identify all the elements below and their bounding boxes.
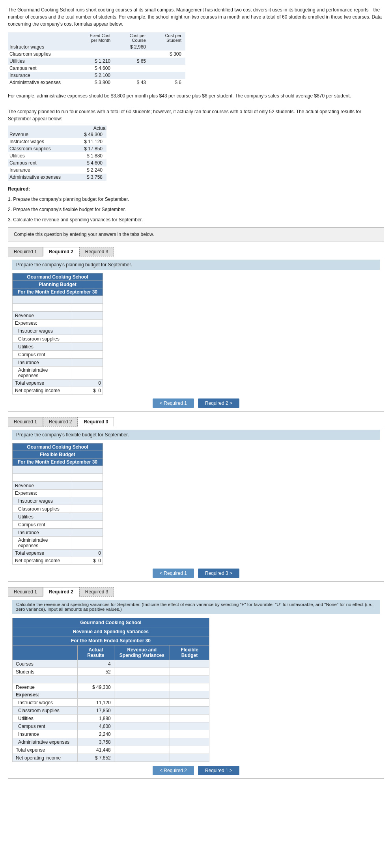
flex-row-instructor: Instructor wages bbox=[13, 497, 103, 505]
flex-budget-input-instructor[interactable] bbox=[174, 700, 206, 705]
variance-input-courses[interactable] bbox=[118, 661, 165, 667]
tab1-req2[interactable]: Required 2 bbox=[43, 247, 79, 256]
variance-input-classroom[interactable] bbox=[118, 707, 165, 713]
flex-input-revenue[interactable] bbox=[73, 483, 100, 488]
planning-input-classroom[interactable] bbox=[73, 336, 100, 342]
required-section: Required: 1. Prepare the company's plann… bbox=[8, 185, 384, 223]
nav2-forward-button[interactable]: Required 3 > bbox=[198, 569, 239, 578]
variance-utilities-row: Utilities 1,880 bbox=[13, 715, 209, 722]
tab1-description: Prepare the company's planning budget fo… bbox=[12, 260, 380, 270]
flex-row-insurance: Insurance bbox=[13, 529, 103, 537]
variance-input-instructor[interactable] bbox=[118, 700, 165, 705]
tab3-content: Calculate the revenue and spending varia… bbox=[8, 597, 384, 779]
required2-section: Required 1 Required 2 Required 3 Prepare… bbox=[8, 417, 384, 582]
variance-total-row: Total expense 41,448 bbox=[13, 746, 209, 754]
nav1-back-button[interactable]: < Required 1 bbox=[153, 398, 194, 408]
flex-budget-input-net[interactable] bbox=[174, 755, 206, 761]
flex-budget-input-classroom[interactable] bbox=[174, 707, 206, 713]
variance-header-row: Actual Results Revenue and Spending Vari… bbox=[13, 645, 209, 660]
tabs2-row: Required 1 Required 2 Required 3 bbox=[8, 417, 384, 427]
flex-budget-input-students[interactable] bbox=[174, 669, 206, 675]
variance-input-insurance[interactable] bbox=[118, 731, 165, 737]
tab2-req1[interactable]: Required 1 bbox=[8, 417, 43, 427]
planning-input-revenue[interactable] bbox=[73, 312, 100, 318]
planning-input-utilities[interactable] bbox=[73, 344, 100, 350]
variance-input-students[interactable] bbox=[118, 669, 165, 675]
tab2-req3[interactable]: Required 3 bbox=[78, 417, 114, 427]
flex-budget-input-campus[interactable] bbox=[174, 723, 206, 729]
nav2-row: < Required 1 Required 3 > bbox=[12, 569, 380, 578]
variance-classroom-row: Classroom supplies 17,850 bbox=[13, 707, 209, 715]
cost-row-classroom: Classroom supplies$ 300 bbox=[8, 51, 185, 58]
tabs3-row: Required 1 Required 2 Required 3 bbox=[8, 587, 384, 597]
nav3-forward-button[interactable]: Required 1 > bbox=[198, 766, 239, 775]
planning-input-insurance[interactable] bbox=[73, 359, 100, 365]
flex-budget-input-courses[interactable] bbox=[174, 661, 206, 667]
flex-row-admin: Administrative expenses bbox=[13, 537, 103, 550]
planning-row-revenue: Revenue bbox=[13, 312, 103, 320]
flex-input-classroom[interactable] bbox=[73, 506, 100, 512]
variance-revenue-row: Revenue $ 49,300 bbox=[13, 683, 209, 691]
flex-row-total: Total expense 0 bbox=[13, 550, 103, 557]
required-item1: 1. Prepare the company's planning budget… bbox=[8, 196, 384, 203]
tab3-req2[interactable]: Required 2 bbox=[43, 587, 79, 597]
tab2-content: Prepare the company's flexible budget fo… bbox=[8, 427, 384, 582]
planning-row-instructor: Instructor wages bbox=[13, 327, 103, 335]
variance-courses-row: Courses 4 bbox=[13, 660, 209, 668]
planning-input-admin[interactable] bbox=[73, 370, 100, 376]
variance-input-total[interactable] bbox=[118, 747, 165, 753]
variance-admin-row: Administrative expenses 3,758 bbox=[13, 738, 209, 746]
tab2-description: Prepare the company's flexible budget fo… bbox=[12, 430, 380, 440]
variance-input-revenue[interactable] bbox=[118, 684, 165, 690]
variance-students-row: Students 52 bbox=[13, 668, 209, 676]
tab3-req1[interactable]: Required 1 bbox=[8, 587, 43, 597]
cost-formula-table: Fixed Costper Month Cost perCourse Cost … bbox=[8, 32, 185, 86]
flex-budget-input-utilities[interactable] bbox=[174, 715, 206, 721]
tab1-req3[interactable]: Required 3 bbox=[79, 247, 114, 256]
flex-input-admin[interactable] bbox=[73, 540, 100, 546]
planning-row-empty2 bbox=[13, 304, 103, 312]
actual-results-table: Actual Revenue$ 49,300 Instructor wages$… bbox=[8, 125, 106, 181]
planning-row-insurance: Insurance bbox=[13, 359, 103, 367]
flex-title-row: Gourmand Cooking School bbox=[13, 443, 103, 451]
nav3-back-button[interactable]: < Required 2 bbox=[153, 766, 194, 775]
variance-input-utilities[interactable] bbox=[118, 715, 165, 721]
tab2-req2[interactable]: Required 2 bbox=[43, 417, 78, 427]
variance-input-campus[interactable] bbox=[118, 723, 165, 729]
planning-budget-table: Gourmand Cooking School Planning Budget … bbox=[12, 273, 380, 395]
planning-input-empty2[interactable] bbox=[73, 305, 100, 311]
tab1-req1[interactable]: Required 1 bbox=[8, 247, 43, 256]
planning-row-empty1 bbox=[13, 296, 103, 304]
actual-revenue: Revenue$ 49,300 bbox=[8, 131, 106, 138]
planning-input-empty1[interactable] bbox=[73, 297, 100, 303]
planning-row-expenses-label: Expenses: bbox=[13, 320, 103, 327]
flex-budget-input-admin[interactable] bbox=[174, 739, 206, 745]
tab3-req3[interactable]: Required 3 bbox=[79, 587, 114, 597]
nav2-back-button[interactable]: < Required 1 bbox=[153, 569, 194, 578]
flex-input-instructor[interactable] bbox=[73, 498, 100, 504]
flex-budget-input-revenue[interactable] bbox=[174, 684, 206, 690]
flex-input-empty1[interactable] bbox=[73, 467, 100, 473]
nav1-forward-button[interactable]: Required 2 > bbox=[198, 398, 239, 408]
variance-period-row: For the Month Ended September 30 bbox=[13, 636, 209, 645]
flex-row-empty2 bbox=[13, 474, 103, 482]
required3-section: Required 1 Required 2 Required 3 Calcula… bbox=[8, 587, 384, 779]
variance-input-admin[interactable] bbox=[118, 739, 165, 745]
actual-campus: Campus rent$ 4,600 bbox=[8, 159, 106, 166]
flex-budget-input-total[interactable] bbox=[174, 747, 206, 753]
actual-admin: Administrative expenses$ 3,758 bbox=[8, 174, 106, 181]
cost-row-instructor: Instructor wages$ 2,960 bbox=[8, 43, 185, 51]
flex-input-empty2[interactable] bbox=[73, 475, 100, 481]
planning-input-campus[interactable] bbox=[73, 352, 100, 357]
actual-insurance: Insurance$ 2,240 bbox=[8, 166, 106, 174]
cost-row-campus: Campus rent$ 4,600 bbox=[8, 65, 185, 72]
planning-input-instructor[interactable] bbox=[73, 328, 100, 334]
variance-input-net[interactable] bbox=[118, 755, 165, 761]
flex-input-campus[interactable] bbox=[73, 522, 100, 528]
variance-campus-row: Campus rent 4,600 bbox=[13, 722, 209, 730]
variance-net-row: Net operating income $ 7,852 bbox=[13, 754, 209, 762]
flex-budget-input-insurance[interactable] bbox=[174, 731, 206, 737]
flex-input-insurance[interactable] bbox=[73, 529, 100, 535]
flex-input-utilities[interactable] bbox=[73, 514, 100, 520]
actual-utilities: Utilities$ 1,880 bbox=[8, 152, 106, 159]
